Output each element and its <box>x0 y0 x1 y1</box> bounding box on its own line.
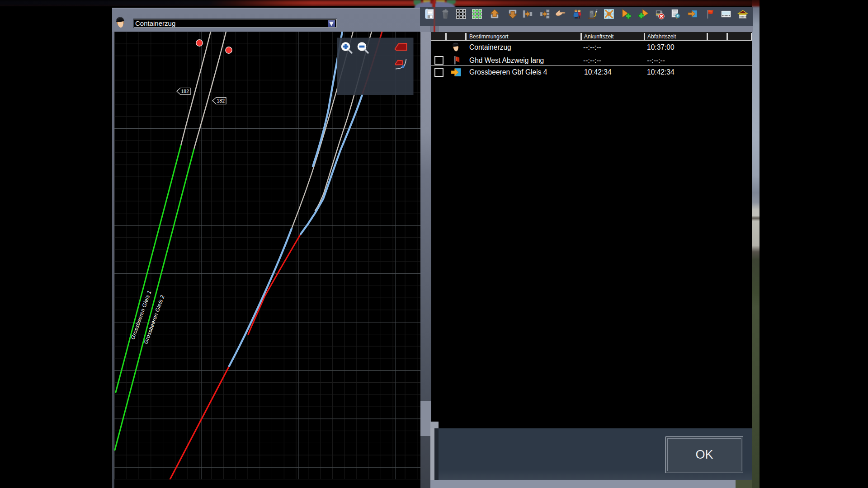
svg-text:182: 182 <box>181 89 189 94</box>
svg-text:182: 182 <box>217 98 225 103</box>
